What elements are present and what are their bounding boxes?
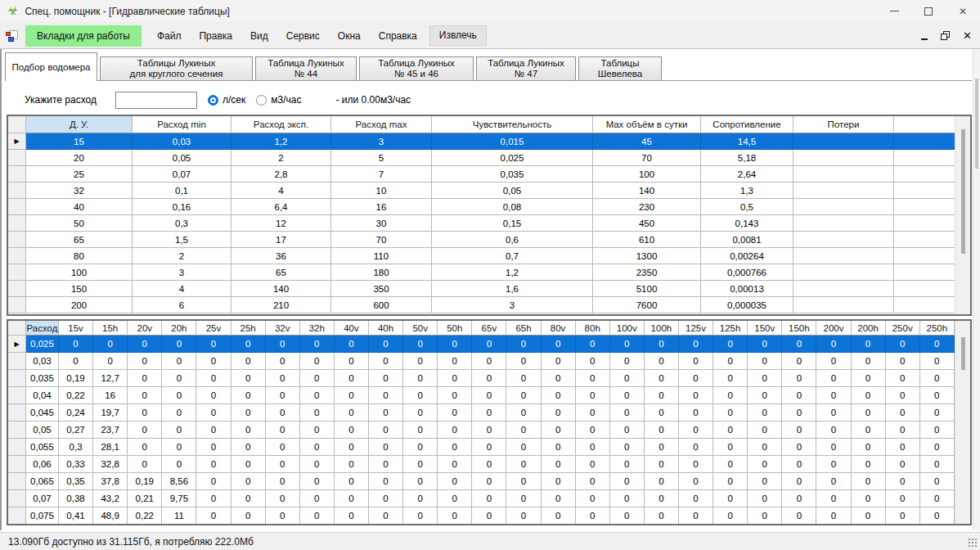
- table-cell[interactable]: 0,08: [432, 199, 593, 215]
- table-cell[interactable]: 0: [852, 387, 886, 404]
- table-cell[interactable]: 0,000035: [701, 297, 793, 313]
- table-cell[interactable]: 0: [713, 422, 748, 439]
- table-cell[interactable]: 450: [593, 215, 701, 232]
- table-cell[interactable]: 0: [713, 456, 748, 473]
- table-cell[interactable]: 37,8: [93, 473, 128, 490]
- table-cell[interactable]: [793, 183, 894, 199]
- table-cell[interactable]: 0,07: [26, 490, 59, 507]
- table-cell[interactable]: 0: [852, 490, 886, 507]
- table-cell[interactable]: 0: [610, 507, 645, 524]
- table-cell[interactable]: 0,33: [59, 456, 93, 473]
- table-cell[interactable]: 0: [645, 353, 679, 370]
- table-cell[interactable]: 2350: [593, 264, 701, 281]
- table-cell[interactable]: 600: [331, 297, 432, 313]
- column-header[interactable]: 125h: [713, 321, 748, 336]
- table-cell[interactable]: 25: [26, 166, 133, 183]
- table-cell[interactable]: 2,8: [232, 166, 331, 183]
- table-cell[interactable]: 0: [369, 370, 403, 387]
- table-cell[interactable]: 0: [196, 507, 231, 524]
- table-cell[interactable]: 43,2: [93, 490, 128, 507]
- table-cell[interactable]: 0: [266, 353, 300, 370]
- table-cell[interactable]: 0: [645, 370, 679, 387]
- column-header[interactable]: 20h: [162, 321, 196, 336]
- table-cell[interactable]: 0: [782, 473, 816, 490]
- table-cell[interactable]: 0: [713, 387, 748, 404]
- table-cell[interactable]: 0,05: [133, 150, 232, 166]
- table-cell[interactable]: 0: [782, 387, 816, 404]
- table-cell[interactable]: 0: [748, 507, 782, 524]
- table-cell[interactable]: 0: [506, 490, 541, 507]
- table-cell[interactable]: 0: [610, 456, 645, 473]
- table-cell[interactable]: 0,025: [432, 150, 593, 166]
- table-cell[interactable]: 0: [748, 336, 782, 353]
- column-header[interactable]: Чувствительность: [432, 116, 593, 133]
- table-row[interactable]: 0,040,2216000000000000000000000000: [8, 387, 955, 404]
- table-cell[interactable]: 30: [331, 215, 432, 232]
- table-cell[interactable]: 0: [852, 507, 886, 524]
- menu-item-view[interactable]: Вид: [241, 25, 277, 47]
- table-cell[interactable]: 0: [645, 439, 679, 456]
- table-cell[interactable]: 100: [26, 264, 133, 281]
- table-cell[interactable]: 0: [886, 439, 920, 456]
- table-cell[interactable]: 230: [593, 199, 701, 215]
- radio-lsec-icon[interactable]: [208, 95, 218, 106]
- table-cell[interactable]: 0: [679, 507, 713, 524]
- table-cell[interactable]: 0: [816, 353, 851, 370]
- table-cell[interactable]: 0: [335, 439, 369, 456]
- table-cell[interactable]: 0,16: [133, 199, 232, 215]
- table-cell[interactable]: 5100: [593, 281, 701, 297]
- table-cell[interactable]: 0: [472, 387, 506, 404]
- table-cell[interactable]: 0: [748, 490, 782, 507]
- table-cell[interactable]: 0: [506, 422, 541, 439]
- table-cell[interactable]: 0: [886, 404, 920, 422]
- table-cell[interactable]: 65: [26, 232, 133, 248]
- table-cell[interactable]: 15: [26, 133, 133, 150]
- row-indicator[interactable]: [8, 456, 26, 473]
- table-cell[interactable]: 0: [162, 404, 196, 422]
- table-cell[interactable]: 0: [920, 422, 955, 439]
- table-cell[interactable]: 0: [610, 387, 645, 404]
- table-cell[interactable]: 0: [232, 353, 266, 370]
- row-indicator[interactable]: [8, 404, 26, 422]
- table-cell[interactable]: 0: [679, 353, 713, 370]
- table-cell[interactable]: 0: [576, 336, 610, 353]
- column-header[interactable]: Сопротивление: [701, 116, 793, 133]
- table-cell[interactable]: 0: [920, 439, 955, 456]
- radio-m3h-icon[interactable]: [256, 95, 267, 106]
- column-header[interactable]: 15h: [93, 321, 128, 336]
- table-cell[interactable]: 0: [266, 336, 300, 353]
- table-cell[interactable]: 0: [196, 422, 231, 439]
- table-cell[interactable]: 0: [196, 456, 231, 473]
- table-cell[interactable]: 200: [26, 297, 133, 313]
- table-row[interactable]: 320,14100,051401,3: [8, 183, 955, 199]
- tab-lukinyh-45-46[interactable]: Таблица Лукиных № 45 и 46: [359, 56, 474, 80]
- maximize-button[interactable]: [911, 0, 946, 22]
- table-cell[interactable]: 11: [162, 507, 196, 524]
- table-cell[interactable]: 0,143: [701, 215, 793, 232]
- table-cell[interactable]: 0: [506, 439, 541, 456]
- row-indicator[interactable]: [8, 297, 26, 313]
- table-cell[interactable]: 0: [403, 490, 438, 507]
- table-cell[interactable]: 0: [438, 439, 472, 456]
- table-cell[interactable]: 0: [852, 473, 886, 490]
- table-cell[interactable]: 0: [472, 473, 506, 490]
- vertical-scrollbar[interactable]: [955, 321, 970, 524]
- table-cell[interactable]: 0: [266, 422, 300, 439]
- table-cell[interactable]: 0: [335, 507, 369, 524]
- row-indicator[interactable]: [8, 439, 26, 456]
- table-row[interactable]: 250,072,870,0351002,64: [8, 166, 955, 183]
- table-cell[interactable]: 0: [506, 370, 541, 387]
- table-cell[interactable]: 0: [679, 422, 713, 439]
- row-indicator[interactable]: [8, 387, 26, 404]
- table-cell[interactable]: 0,00264: [701, 248, 793, 264]
- column-header[interactable]: 250v: [886, 321, 920, 336]
- table-cell[interactable]: 32,8: [93, 456, 128, 473]
- table-cell[interactable]: 0: [335, 422, 369, 439]
- row-indicator[interactable]: [8, 166, 26, 183]
- table-cell[interactable]: 0,05: [432, 183, 593, 199]
- table-cell[interactable]: 0: [369, 439, 403, 456]
- table-cell[interactable]: 0: [335, 473, 369, 490]
- table-cell[interactable]: [793, 297, 894, 313]
- table-row[interactable]: 651,517700,66100,0081: [8, 232, 955, 248]
- table-cell[interactable]: 0,19: [128, 473, 162, 490]
